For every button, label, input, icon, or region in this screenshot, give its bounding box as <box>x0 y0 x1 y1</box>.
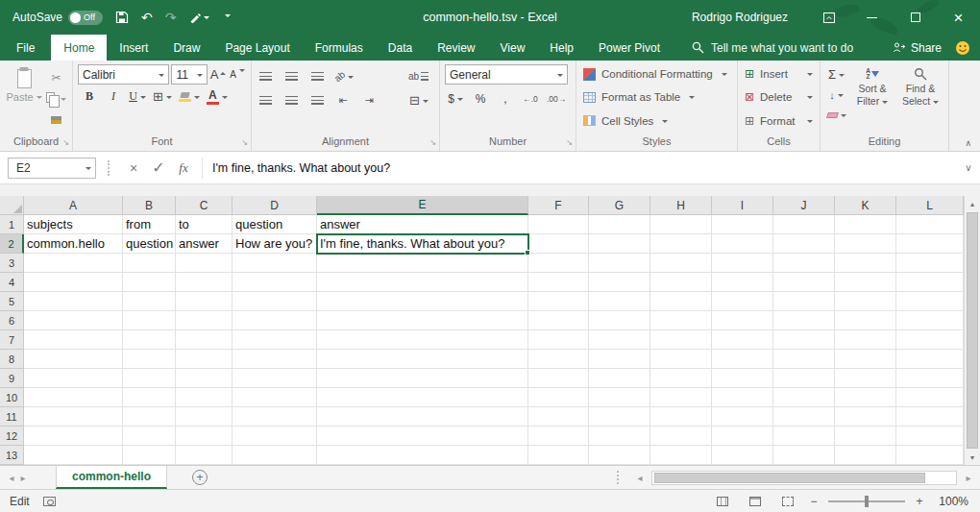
cell-K3[interactable] <box>835 254 896 273</box>
autosave-toggle[interactable]: AutoSave Off <box>12 11 103 25</box>
redo-button[interactable]: ↷ <box>165 11 177 24</box>
cell-L4[interactable] <box>896 273 964 292</box>
cell-K11[interactable] <box>835 407 896 427</box>
tab-insert[interactable]: Insert <box>107 35 160 61</box>
tab-help[interactable]: Help <box>537 35 586 61</box>
cell-H5[interactable] <box>650 292 712 311</box>
cell-E4[interactable] <box>317 273 528 292</box>
cell-C11[interactable] <box>176 407 233 427</box>
font-dialog-launcher[interactable]: ↘ <box>241 139 248 147</box>
cell-H2[interactable] <box>650 234 712 254</box>
cell-E9[interactable] <box>317 369 528 388</box>
cell-F8[interactable] <box>528 350 589 369</box>
cell-I8[interactable] <box>712 350 773 369</box>
cell-L10[interactable] <box>896 388 964 407</box>
cell-B6[interactable] <box>123 311 176 330</box>
tell-me-box[interactable]: Tell me what you want to do <box>692 35 853 61</box>
cell-C5[interactable] <box>176 292 233 311</box>
cell-L12[interactable] <box>896 427 964 446</box>
row-header-8[interactable]: 8 <box>0 350 24 369</box>
column-header-I[interactable]: I <box>712 196 773 215</box>
tab-file[interactable]: File <box>0 35 51 61</box>
underline-button[interactable]: U <box>129 87 146 106</box>
cell-E6[interactable] <box>317 311 528 330</box>
tab-data[interactable]: Data <box>376 35 425 61</box>
font-color-button[interactable]: A <box>207 87 228 106</box>
cell-G5[interactable] <box>589 292 650 311</box>
cell-A9[interactable] <box>24 369 123 388</box>
row-header-5[interactable]: 5 <box>0 292 24 311</box>
cell-E3[interactable] <box>317 254 528 273</box>
cell-F3[interactable] <box>528 254 589 273</box>
clear-button[interactable] <box>825 108 847 122</box>
number-format-combo[interactable]: General <box>445 64 568 85</box>
cell-K5[interactable] <box>835 292 896 311</box>
cell-D11[interactable] <box>233 407 317 427</box>
cell-I11[interactable] <box>712 407 773 427</box>
row-header-11[interactable]: 11 <box>0 407 24 427</box>
insert-cells-button[interactable]: ⊞Insert <box>745 64 813 85</box>
cell-I1[interactable] <box>712 215 773 234</box>
cell-E8[interactable] <box>317 350 528 369</box>
cell-E11[interactable] <box>317 407 528 427</box>
name-box[interactable]: E2 <box>8 158 96 179</box>
row-header-7[interactable]: 7 <box>0 330 24 350</box>
cell-J6[interactable] <box>773 311 835 330</box>
enter-button[interactable]: ✓ <box>146 158 171 179</box>
feedback-smiley-icon[interactable] <box>955 40 970 56</box>
user-name[interactable]: Rodrigo Rodriguez <box>692 11 788 24</box>
cell-E2[interactable]: I'm fine, thanks. What about you? <box>317 234 528 254</box>
column-header-E[interactable]: E <box>317 196 528 215</box>
cell-K13[interactable] <box>835 446 896 465</box>
cell-A3[interactable] <box>24 254 123 273</box>
cancel-button[interactable]: × <box>121 158 146 179</box>
page-break-view-button[interactable] <box>776 493 799 510</box>
cell-G3[interactable] <box>589 254 650 273</box>
cell-B3[interactable] <box>123 254 176 273</box>
row-header-6[interactable]: 6 <box>0 311 24 330</box>
new-sheet-button[interactable]: + <box>192 470 208 485</box>
delete-cells-button[interactable]: ⊠Delete <box>745 87 813 108</box>
cell-F13[interactable] <box>528 446 589 465</box>
italic-button[interactable]: I <box>105 87 122 106</box>
cell-F6[interactable] <box>528 311 589 330</box>
cell-E1[interactable]: answer <box>317 215 528 234</box>
alignment-dialog-launcher[interactable]: ↘ <box>429 139 436 147</box>
cell-H12[interactable] <box>650 427 712 446</box>
paste-button[interactable]: Paste <box>5 64 43 134</box>
tab-page-layout[interactable]: Page Layout <box>212 35 302 61</box>
cell-H6[interactable] <box>650 311 712 330</box>
cell-E5[interactable] <box>317 292 528 311</box>
column-header-J[interactable]: J <box>773 196 835 215</box>
scroll-down-button[interactable]: ▾ <box>965 450 980 465</box>
cell-C2[interactable]: answer <box>176 234 233 254</box>
cell-K4[interactable] <box>835 273 896 292</box>
cell-A11[interactable] <box>24 407 123 427</box>
row-header-12[interactable]: 12 <box>0 427 24 446</box>
cell-styles-button[interactable]: Cell Styles <box>583 110 730 131</box>
cell-C7[interactable] <box>176 330 233 350</box>
wrap-text-button[interactable]: ab <box>408 67 429 85</box>
insert-function-button[interactable]: fx <box>171 158 196 179</box>
cell-G10[interactable] <box>589 388 650 407</box>
cell-D1[interactable]: question <box>233 215 317 234</box>
cell-F1[interactable] <box>528 215 589 234</box>
cell-I10[interactable] <box>712 388 773 407</box>
column-header-F[interactable]: F <box>528 196 589 215</box>
cell-F10[interactable] <box>528 388 589 407</box>
cell-G7[interactable] <box>589 330 650 350</box>
sheet-tab-common-hello[interactable]: common-hello <box>56 466 167 489</box>
cell-J11[interactable] <box>773 407 835 427</box>
autosum-button[interactable]: Σ <box>825 67 847 82</box>
tab-draw[interactable]: Draw <box>160 35 212 61</box>
cell-I3[interactable] <box>712 254 773 273</box>
cell-H9[interactable] <box>650 369 712 388</box>
column-header-H[interactable]: H <box>650 196 712 215</box>
cell-E12[interactable] <box>317 427 528 446</box>
comma-style-button[interactable]: , <box>497 89 514 108</box>
cell-D6[interactable] <box>233 311 317 330</box>
cut-button[interactable]: ✂ <box>46 68 66 86</box>
cell-G9[interactable] <box>589 369 650 388</box>
increase-decimal-button[interactable]: ←.0 <box>522 89 539 108</box>
cell-D10[interactable] <box>233 388 317 407</box>
